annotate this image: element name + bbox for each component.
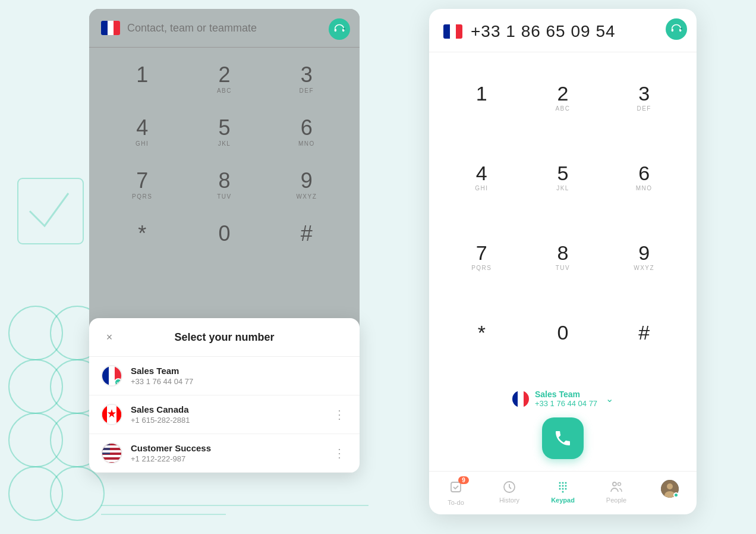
customer-success-number: +1 212-222-987 — [131, 454, 331, 463]
svg-point-24 — [562, 482, 564, 484]
caller-id-chevron-icon: ⌄ — [606, 393, 613, 404]
svg-point-29 — [559, 488, 561, 490]
sales-canada-name: Sales Canada — [131, 404, 331, 414]
key-7[interactable]: 7 PQRS — [441, 218, 522, 298]
select-number-title: Select your number — [125, 331, 324, 344]
key-2[interactable]: 2 ABC — [522, 58, 604, 138]
left-keypad: 1 2 ABC 3 DEF 4 GHI 5 JKL 6 MNO 7 PQRS 8 — [89, 48, 360, 271]
svg-point-33 — [613, 482, 616, 486]
svg-point-2 — [9, 413, 62, 467]
svg-point-20 — [681, 28, 682, 30]
svg-point-31 — [565, 488, 567, 490]
sales-team-number: +33 1 76 44 04 77 — [131, 377, 348, 386]
nav-item-people[interactable]: People — [590, 476, 643, 511]
customer-success-flag — [101, 442, 122, 464]
key-5[interactable]: 5 JKL — [522, 138, 604, 218]
svg-point-30 — [562, 488, 564, 490]
contact-search-input[interactable] — [127, 22, 348, 34]
customer-success-info: Customer Success +1 212-222-987 — [131, 443, 331, 463]
call-button-row — [429, 417, 697, 471]
key-5-left[interactable]: 5 JKL — [183, 106, 265, 159]
number-item-sales-team[interactable]: Sales Team +33 1 76 44 04 77 — [89, 357, 360, 395]
svg-rect-16 — [116, 405, 121, 424]
nav-item-todo[interactable]: 9 To-do — [429, 476, 483, 511]
left-panel: 1 2 ABC 3 DEF 4 GHI 5 JKL 6 MNO 7 PQRS 8 — [89, 9, 360, 348]
headset-badge-right[interactable] — [666, 18, 687, 40]
svg-rect-11 — [335, 29, 336, 32]
sales-team-flag — [101, 365, 122, 387]
key-4-left[interactable]: 4 GHI — [101, 106, 183, 159]
todo-badge-container: 9 — [449, 480, 463, 497]
key-7-left[interactable]: 7 PQRS — [101, 159, 183, 212]
key-3[interactable]: 3 DEF — [603, 58, 685, 138]
key-6-left[interactable]: 6 MNO — [266, 106, 348, 159]
phone-number-display: +33 1 86 65 09 54 — [471, 22, 656, 41]
caller-id-row[interactable]: Sales Team +33 1 76 44 04 77 ⌄ — [429, 384, 697, 417]
key-3-left[interactable]: 3 DEF — [266, 54, 348, 106]
headset-badge-left[interactable] — [329, 18, 350, 40]
svg-rect-21 — [451, 482, 461, 492]
svg-point-36 — [667, 483, 673, 489]
customer-success-more-button[interactable]: ⋮ — [331, 444, 348, 463]
svg-point-7 — [51, 467, 104, 520]
select-number-close-button[interactable]: × — [101, 329, 118, 345]
france-flag-left — [101, 21, 120, 35]
customer-success-name: Customer Success — [131, 443, 331, 453]
call-button[interactable] — [542, 417, 584, 459]
svg-point-23 — [559, 482, 561, 484]
svg-point-32 — [562, 491, 564, 493]
key-hash-left[interactable]: # — [266, 212, 348, 265]
key-star[interactable]: * — [441, 298, 522, 378]
svg-point-34 — [618, 483, 621, 486]
key-0[interactable]: 0 — [522, 298, 604, 378]
nav-label-todo: To-do — [448, 499, 464, 506]
sales-canada-number: +1 615-282-2881 — [131, 416, 331, 425]
svg-point-26 — [559, 485, 561, 487]
nav-item-history[interactable]: History — [483, 476, 536, 511]
key-hash[interactable]: # — [603, 298, 685, 378]
svg-point-1 — [9, 360, 62, 413]
bottom-nav: 9 To-do History — [429, 471, 697, 514]
select-number-popup: × Select your number Sales Team +33 1 76… — [89, 318, 360, 473]
svg-rect-18 — [672, 29, 673, 32]
svg-point-13 — [344, 28, 345, 30]
caller-id-info: Sales Team +33 1 76 44 04 77 — [535, 389, 597, 408]
svg-rect-14 — [102, 405, 107, 424]
nav-label-people: People — [606, 497, 626, 504]
sales-team-name: Sales Team — [131, 366, 348, 376]
sales-canada-more-button[interactable]: ⋮ — [331, 405, 348, 424]
key-2-left[interactable]: 2 ABC — [183, 54, 265, 106]
right-keypad: 1 2 ABC 3 DEF 4 GHI 5 JKL 6 MNO 7 PQRS 8 — [429, 52, 697, 384]
key-4[interactable]: 4 GHI — [441, 138, 522, 218]
key-0-left[interactable]: 0 — [183, 212, 265, 265]
nav-item-keypad[interactable]: Keypad — [536, 476, 590, 511]
select-number-header: × Select your number — [89, 318, 360, 357]
sales-canada-info: Sales Canada +1 615-282-2881 — [131, 404, 331, 425]
nav-item-avatar[interactable]: Me — [643, 476, 697, 511]
svg-point-0 — [9, 306, 62, 360]
left-panel-header — [89, 9, 360, 48]
caller-id-number: +33 1 76 44 04 77 — [535, 399, 597, 408]
key-9[interactable]: 9 WXYZ — [603, 218, 685, 298]
caller-id-team-name: Sales Team — [535, 389, 580, 399]
svg-rect-8 — [18, 178, 83, 244]
sales-canada-flag — [101, 404, 122, 425]
number-item-customer-success[interactable]: Customer Success +1 212-222-987 ⋮ — [89, 434, 360, 473]
avatar-online-indicator — [673, 492, 679, 498]
svg-point-3 — [9, 467, 62, 520]
nav-label-keypad: Keypad — [551, 497, 575, 504]
key-8[interactable]: 8 TUV — [522, 218, 604, 298]
sales-team-info: Sales Team +33 1 76 44 04 77 — [131, 366, 348, 386]
nav-label-history: History — [499, 497, 519, 504]
key-9-left[interactable]: 9 WXYZ — [266, 159, 348, 212]
svg-point-27 — [562, 485, 564, 487]
key-1[interactable]: 1 — [441, 58, 522, 138]
svg-point-25 — [565, 482, 567, 484]
right-panel: +33 1 86 65 09 54 × 1 2 ABC 3 DEF 4 GHI … — [429, 9, 697, 514]
key-8-left[interactable]: 8 TUV — [183, 159, 265, 212]
number-item-sales-canada[interactable]: Sales Canada +1 615-282-2881 ⋮ — [89, 395, 360, 434]
key-star-left[interactable]: * — [101, 212, 183, 265]
key-1-left[interactable]: 1 — [101, 54, 183, 106]
caller-id-flag — [512, 391, 529, 407]
key-6[interactable]: 6 MNO — [603, 138, 685, 218]
